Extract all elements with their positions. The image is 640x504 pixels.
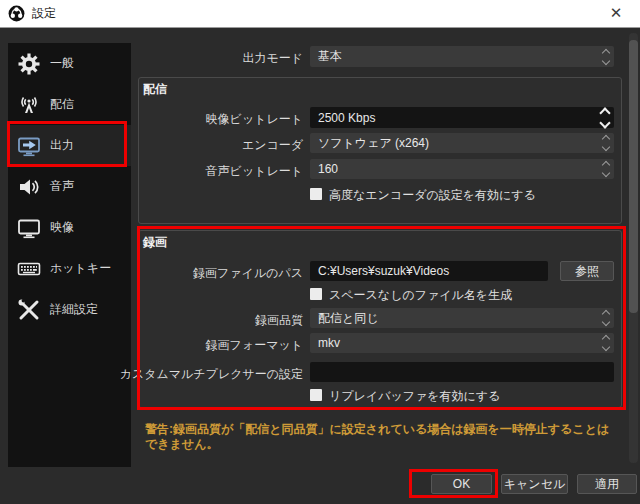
- output-mode-value: 基本: [318, 48, 342, 65]
- browse-button[interactable]: 参照: [560, 261, 614, 281]
- recording-path-value: C:¥Users¥suzuk¥Videos: [318, 264, 449, 278]
- quality-warning-text: 警告:録画品質が「配信と同品質」に設定されている場合は録画を一時停止することはで…: [145, 422, 619, 452]
- sidebar-item-label: 映像: [50, 219, 74, 236]
- window-title: 設定: [32, 5, 56, 22]
- chevron-updown-icon[interactable]: [603, 336, 609, 350]
- scrollbar-thumb[interactable]: [629, 40, 638, 313]
- sidebar-item-hotkeys[interactable]: ホットキー: [8, 248, 131, 289]
- no-space-filename-checkbox[interactable]: [310, 288, 322, 300]
- advanced-encoder-checkbox[interactable]: [310, 188, 322, 200]
- recording-group-title: 録画: [143, 234, 167, 251]
- close-icon[interactable]: ✕: [600, 0, 632, 26]
- stream-group-title: 配信: [143, 81, 167, 98]
- gear-icon: [17, 52, 41, 76]
- apply-button[interactable]: 適用: [577, 474, 637, 494]
- recording-quality-value: 配信と同じ: [318, 310, 379, 327]
- tools-icon: [17, 298, 41, 322]
- video-bitrate-spinbox[interactable]: 2500 Kbps: [310, 107, 614, 128]
- cancel-button[interactable]: キャンセル: [501, 474, 568, 494]
- recording-format-label: 録画フォーマット: [150, 337, 303, 354]
- settings-sidebar: 一般 配信 出力: [8, 43, 131, 467]
- sidebar-item-stream[interactable]: 配信: [8, 84, 131, 125]
- sidebar-item-label: 詳細設定: [50, 301, 98, 318]
- speaker-icon: [17, 175, 41, 199]
- chevron-updown-icon[interactable]: [603, 50, 609, 64]
- sidebar-item-label: ホットキー: [50, 260, 111, 277]
- title-bar: 設定 ✕: [0, 0, 640, 28]
- encoder-label: エンコーダ: [150, 137, 303, 154]
- sidebar-item-general[interactable]: 一般: [8, 43, 131, 84]
- encoder-select[interactable]: ソフトウェア (x264): [310, 133, 614, 153]
- recording-format-select[interactable]: mkv: [310, 333, 614, 353]
- audio-bitrate-select[interactable]: 160: [310, 159, 614, 179]
- chevron-updown-icon[interactable]: [603, 162, 609, 176]
- recording-format-value: mkv: [318, 336, 340, 350]
- output-monitor-icon: [17, 134, 41, 158]
- output-mode-select[interactable]: 基本: [310, 46, 614, 67]
- sidebar-item-label: 音声: [50, 178, 74, 195]
- video-bitrate-label: 映像ビットレート: [150, 111, 303, 128]
- obs-logo-icon: [8, 5, 25, 22]
- chevron-updown-icon[interactable]: [603, 311, 609, 325]
- output-mode-label: 出力モード: [150, 50, 303, 67]
- sidebar-item-label: 配信: [50, 96, 74, 113]
- recording-path-label: 録画ファイルのパス: [150, 265, 303, 282]
- no-space-filename-checkbox-label: スペースなしのファイル名を生成: [329, 287, 512, 304]
- sidebar-item-label: 出力: [50, 137, 74, 154]
- chevron-updown-icon[interactable]: [603, 136, 609, 150]
- sidebar-item-audio[interactable]: 音声: [8, 166, 131, 207]
- keyboard-icon: [17, 257, 41, 281]
- replay-buffer-checkbox[interactable]: [310, 389, 322, 401]
- advanced-encoder-checkbox-label: 高度なエンコーダの設定を有効にする: [329, 187, 536, 204]
- recording-quality-select[interactable]: 配信と同じ: [310, 308, 614, 328]
- recording-path-input[interactable]: C:¥Users¥suzuk¥Videos: [310, 261, 548, 281]
- settings-window: 設定 ✕: [0, 0, 640, 504]
- ok-button[interactable]: OK: [431, 474, 492, 494]
- custom-muxer-label: カスタムマルチプレクサーの設定: [80, 366, 303, 383]
- audio-bitrate-value: 160: [318, 162, 338, 176]
- sidebar-item-video[interactable]: 映像: [8, 207, 131, 248]
- sidebar-item-output[interactable]: 出力: [8, 125, 131, 166]
- custom-muxer-input[interactable]: [310, 362, 614, 382]
- broadcast-icon: [17, 93, 41, 117]
- video-bitrate-value: 2500 Kbps: [318, 111, 375, 125]
- sidebar-item-advanced[interactable]: 詳細設定: [8, 289, 131, 330]
- chevron-updown-icon[interactable]: [601, 109, 609, 127]
- replay-buffer-checkbox-label: リプレイバッファを有効にする: [329, 388, 500, 405]
- encoder-value: ソフトウェア (x264): [318, 135, 429, 152]
- audio-bitrate-label: 音声ビットレート: [150, 163, 303, 180]
- sidebar-item-label: 一般: [50, 55, 74, 72]
- display-icon: [17, 216, 41, 240]
- recording-quality-label: 録画品質: [150, 312, 303, 329]
